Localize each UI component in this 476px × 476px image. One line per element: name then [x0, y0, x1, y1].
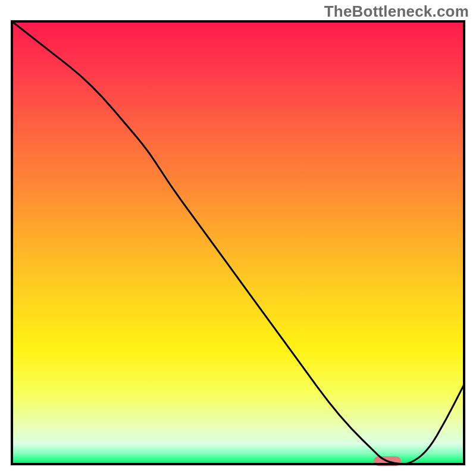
chart-container: TheBottleneck.com: [0, 0, 476, 476]
bottleneck-chart: [0, 0, 476, 476]
gradient-background: [12, 21, 464, 464]
